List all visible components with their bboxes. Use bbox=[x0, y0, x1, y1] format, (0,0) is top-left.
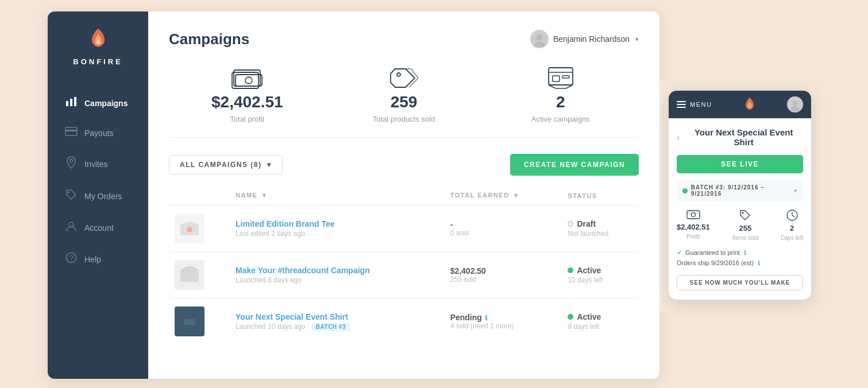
svg-point-10 bbox=[534, 41, 545, 47]
phone-campaign-title: Your Next Special Event Shirt bbox=[684, 127, 803, 147]
svg-point-6 bbox=[68, 192, 70, 193]
phone-menu[interactable]: MENU bbox=[677, 101, 712, 108]
actions-row: ALL CAMPAIGNS (8) ▾ CREATE NEW CAMPAIGN bbox=[169, 154, 639, 176]
stat-sold: 259 Total products sold bbox=[326, 64, 483, 123]
status-label-special: Active bbox=[577, 312, 601, 321]
see-how-button[interactable]: SEE HOW MUCH YOU'LL MAKE bbox=[677, 275, 803, 290]
campaign-name-special[interactable]: Your Next Special Event Shirt bbox=[236, 312, 439, 321]
sidebar-item-myorders[interactable]: My Orders bbox=[52, 181, 144, 211]
phone-days-label: Days left bbox=[781, 235, 803, 241]
phone-stat-sold: 255 Items sold bbox=[732, 209, 759, 241]
sidebar-myorders-label: My Orders bbox=[84, 192, 122, 201]
phone-stat-profit: $2,402.51 Profit bbox=[677, 209, 710, 241]
campaigns-filter-label: ALL CAMPAIGNS (8) bbox=[180, 161, 261, 169]
col-earned-label: TOTAL EARNED bbox=[450, 192, 510, 199]
earned-sub-limited: 0 sold bbox=[450, 229, 557, 237]
guarantee-info-icon[interactable]: ℹ bbox=[744, 249, 746, 256]
col-earned: TOTAL EARNED ▾ bbox=[445, 188, 562, 205]
phone-user-avatar[interactable] bbox=[787, 96, 803, 112]
phone-sold-value: 255 bbox=[739, 224, 752, 232]
sidebar-account-label: Account bbox=[84, 223, 114, 232]
stat-profit-label: Total profit bbox=[230, 115, 264, 123]
active-campaigns-icon bbox=[545, 64, 576, 90]
campaigns-filter-dropdown[interactable]: ALL CAMPAIGNS (8) ▾ bbox=[169, 155, 283, 174]
stat-profit-value: $2,402.51 bbox=[211, 93, 283, 111]
campaign-thumbnail bbox=[175, 214, 205, 243]
phone-menu-label: MENU bbox=[690, 101, 712, 108]
sort-earned-icon: ▾ bbox=[514, 192, 519, 199]
tag-products-icon bbox=[388, 64, 419, 90]
svg-rect-0 bbox=[66, 101, 68, 106]
table-row: Make Your #threadcount Campaign Launched… bbox=[169, 252, 639, 298]
svg-rect-22 bbox=[562, 76, 569, 78]
stat-sold-label: Total products sold bbox=[373, 115, 435, 123]
dropdown-arrow-icon: ▾ bbox=[267, 161, 272, 169]
avatar bbox=[530, 30, 549, 48]
create-campaign-button[interactable]: CREATE NEW CAMPAIGN bbox=[510, 154, 639, 176]
ship-info-icon[interactable]: ℹ bbox=[758, 259, 760, 266]
svg-rect-30 bbox=[184, 319, 195, 325]
status-dot-active-special bbox=[568, 314, 573, 320]
sidebar-payouts-label: Payouts bbox=[84, 129, 114, 138]
phone-sold-label: Items sold bbox=[732, 235, 759, 241]
status-sub-threadcount: 10 days left bbox=[568, 276, 633, 284]
status-label-limited: Draft bbox=[577, 219, 596, 228]
svg-point-36 bbox=[742, 212, 744, 214]
campaign-thumbnail bbox=[175, 260, 205, 290]
phone-batch-label: BATCH #3: 9/12/2016 – 9/21/2016 bbox=[691, 184, 794, 197]
money-icon bbox=[232, 64, 263, 90]
earned-value-threadcount: $2,402.50 bbox=[450, 266, 557, 276]
campaign-name-threadcount[interactable]: Make Your #threadcount Campaign bbox=[236, 266, 439, 275]
campaign-name-limited[interactable]: Limited Edition Brand Tee bbox=[236, 219, 439, 228]
svg-point-27 bbox=[187, 227, 192, 232]
guarantee-suffix: to print bbox=[720, 249, 742, 256]
phone-stats-row: $2,402.51 Profit 255 Items sold 2 Days l… bbox=[677, 209, 803, 241]
campaign-sub-threadcount: Launched 8 days ago bbox=[236, 276, 439, 284]
table-row: Limited Edition Brand Tee Last edited 2 … bbox=[169, 205, 639, 252]
svg-point-7 bbox=[69, 222, 74, 227]
svg-point-18 bbox=[397, 73, 400, 76]
status-sub-special: 8 days left bbox=[568, 323, 633, 331]
sort-icon: ▾ bbox=[263, 192, 267, 199]
campaigns-table: NAME ▾ TOTAL EARNED ▾ STATUS bbox=[169, 188, 639, 344]
col-status-label: STATUS bbox=[568, 192, 597, 199]
status-dot-draft bbox=[568, 221, 573, 227]
phone-clock-icon bbox=[786, 209, 798, 222]
svg-point-32 bbox=[792, 100, 797, 106]
phone-batch-row[interactable]: BATCH #3: 9/12/2016 – 9/21/2016 ▾ bbox=[677, 180, 803, 201]
svg-point-31 bbox=[790, 106, 800, 111]
sidebar-item-invites[interactable]: Invites bbox=[52, 149, 144, 179]
phone-profit-value: $2,402.51 bbox=[677, 223, 710, 231]
main-content: Campaigns Benjamin Richardson ▾ $2,402.5… bbox=[148, 11, 659, 379]
user-icon bbox=[65, 220, 78, 235]
campaign-thumbnail bbox=[175, 306, 205, 336]
page-title: Campaigns bbox=[169, 30, 249, 48]
sidebar-item-help[interactable]: ? Help bbox=[52, 245, 144, 274]
status-sub-limited: Not launched bbox=[568, 230, 633, 238]
svg-rect-4 bbox=[65, 130, 77, 131]
phone-stat-days: 2 Days left bbox=[781, 209, 803, 241]
see-live-button[interactable]: SEE LIVE bbox=[677, 155, 803, 173]
user-menu[interactable]: Benjamin Richardson ▾ bbox=[530, 30, 639, 48]
location-icon bbox=[65, 156, 78, 172]
back-arrow-icon[interactable]: ‹ bbox=[677, 132, 680, 142]
phone-back-title-row: ‹ Your Next Special Event Shirt bbox=[677, 127, 803, 147]
stat-profit: $2,402.51 Total profit bbox=[169, 64, 326, 123]
table-row: Your Next Special Event Shirt Launched 1… bbox=[169, 298, 639, 345]
svg-point-11 bbox=[536, 34, 542, 41]
user-name: Benjamin Richardson bbox=[553, 34, 630, 44]
ship-row: Orders ship 9/29/2016 (est) ℹ bbox=[677, 259, 803, 267]
svg-rect-1 bbox=[70, 99, 72, 106]
help-icon: ? bbox=[65, 252, 78, 266]
sidebar-item-account[interactable]: Account bbox=[52, 213, 144, 242]
sidebar-item-payouts[interactable]: Payouts bbox=[52, 119, 144, 146]
phone-mockup: MENU ‹ Your Next Special Event Shirt SEE… bbox=[669, 91, 811, 300]
batch-status-dot bbox=[682, 188, 688, 193]
sidebar-item-campaigns[interactable]: Campaigns bbox=[52, 89, 144, 117]
earned-sub-threadcount: 255 sold bbox=[450, 276, 557, 284]
phone-days-value: 2 bbox=[790, 224, 794, 232]
phone-money-icon bbox=[686, 209, 700, 220]
svg-rect-28 bbox=[180, 269, 199, 282]
stat-active: 2 Active campaigns bbox=[482, 64, 639, 123]
phone-content: ‹ Your Next Special Event Shirt SEE LIVE… bbox=[669, 118, 811, 300]
